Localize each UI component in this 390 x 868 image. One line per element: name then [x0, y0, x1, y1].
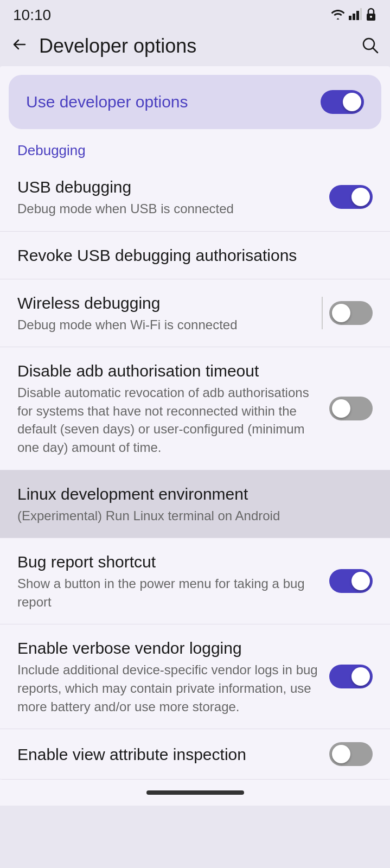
back-button[interactable] — [11, 36, 28, 57]
linux-dev-env-title: Linux development environment — [17, 483, 362, 505]
wireless-debugging-toggle[interactable] — [329, 301, 373, 325]
status-time: 10:10 — [13, 7, 51, 24]
page-title: Developer options — [39, 35, 196, 58]
wireless-debugging-title: Wireless debugging — [17, 292, 311, 314]
dev-options-label: Use developer options — [26, 93, 188, 111]
svg-line-7 — [373, 48, 378, 53]
toggle-thumb — [351, 188, 370, 206]
status-icons — [330, 8, 377, 23]
wifi-icon — [330, 8, 346, 23]
settings-item-text: Disable adb authorisation timeout Disabl… — [17, 360, 329, 456]
toggle-with-divider — [322, 297, 373, 329]
dev-options-card[interactable]: Use developer options — [9, 75, 381, 129]
toggle-thumb — [332, 399, 350, 418]
toggle-track — [329, 742, 373, 766]
bug-report-shortcut-subtitle: Show a button in the power menu for taki… — [17, 575, 318, 611]
verbose-vendor-logging-subtitle: Include additional device-specific vendo… — [17, 661, 318, 716]
bug-report-shortcut-toggle[interactable] — [329, 569, 373, 593]
usb-debugging-title: USB debugging — [17, 176, 318, 197]
toggle-thumb — [351, 667, 370, 686]
dev-options-toggle[interactable] — [321, 90, 364, 114]
toggle-thumb — [332, 745, 350, 763]
svg-point-5 — [370, 16, 372, 18]
settings-item-text: Linux development environment (Experimen… — [17, 483, 373, 525]
svg-point-6 — [363, 39, 374, 49]
toggle-track — [329, 665, 373, 688]
settings-item-text: Bug report shortcut Show a button in the… — [17, 551, 329, 611]
settings-item-verbose-vendor-logging[interactable]: Enable verbose vendor logging Include ad… — [0, 624, 390, 729]
bug-report-shortcut-title: Bug report shortcut — [17, 551, 318, 572]
toggle-track — [321, 90, 364, 114]
svg-rect-0 — [349, 16, 351, 20]
settings-item-usb-debugging[interactable]: USB debugging Debug mode when USB is con… — [0, 163, 390, 232]
svg-rect-3 — [360, 8, 362, 20]
disable-adb-subtitle: Disable automatic revocation of adb auth… — [17, 384, 318, 456]
toolbar: Developer options — [0, 28, 390, 66]
disable-adb-title: Disable adb authorisation timeout — [17, 360, 318, 381]
settings-item-text: Enable view attribute inspection — [17, 744, 329, 765]
revoke-usb-title: Revoke USB debugging authorisations — [17, 245, 362, 266]
home-indicator — [146, 790, 244, 795]
verbose-vendor-logging-title: Enable verbose vendor logging — [17, 637, 318, 659]
signal-icon — [349, 8, 362, 23]
view-attribute-inspection-toggle[interactable] — [329, 742, 373, 766]
view-attribute-inspection-title: Enable view attribute inspection — [17, 744, 318, 765]
settings-item-wireless-debugging[interactable]: Wireless debugging Debug mode when Wi-Fi… — [0, 279, 390, 348]
vertical-divider — [322, 297, 323, 329]
status-bar: 10:10 — [0, 0, 390, 28]
toggle-thumb — [343, 93, 361, 111]
toggle-track — [329, 301, 373, 325]
settings-item-bug-report-shortcut[interactable]: Bug report shortcut Show a button in the… — [0, 538, 390, 624]
search-icon[interactable] — [361, 36, 379, 56]
bottom-bar — [0, 780, 390, 806]
usb-debugging-toggle[interactable] — [329, 185, 373, 209]
wireless-debugging-subtitle: Debug mode when Wi-Fi is connected — [17, 316, 311, 334]
linux-dev-env-subtitle: (Experimental) Run Linux terminal on And… — [17, 507, 362, 525]
main-content: Use developer options Debugging USB debu… — [0, 66, 390, 780]
settings-item-revoke-usb[interactable]: Revoke USB debugging authorisations — [0, 232, 390, 279]
svg-rect-1 — [353, 14, 355, 20]
toggle-track — [329, 185, 373, 209]
section-header-debugging: Debugging — [0, 129, 390, 163]
disable-adb-toggle[interactable] — [329, 397, 373, 420]
toggle-track — [329, 397, 373, 420]
usb-debugging-subtitle: Debug mode when USB is connected — [17, 200, 318, 218]
settings-item-text: USB debugging Debug mode when USB is con… — [17, 176, 329, 218]
toggle-thumb — [351, 572, 370, 590]
settings-item-disable-adb-timeout[interactable]: Disable adb authorisation timeout Disabl… — [0, 347, 390, 470]
settings-item-view-attribute-inspection[interactable]: Enable view attribute inspection — [0, 729, 390, 780]
settings-item-text: Revoke USB debugging authorisations — [17, 245, 373, 266]
svg-rect-2 — [356, 11, 359, 20]
verbose-vendor-logging-toggle[interactable] — [329, 665, 373, 688]
settings-item-text: Wireless debugging Debug mode when Wi-Fi… — [17, 292, 322, 334]
settings-item-text: Enable verbose vendor logging Include ad… — [17, 637, 329, 716]
toggle-thumb — [332, 304, 350, 322]
settings-item-linux-dev-env[interactable]: Linux development environment (Experimen… — [0, 470, 390, 539]
lock-icon — [365, 8, 377, 23]
toolbar-left: Developer options — [11, 35, 196, 58]
toggle-track — [329, 569, 373, 593]
